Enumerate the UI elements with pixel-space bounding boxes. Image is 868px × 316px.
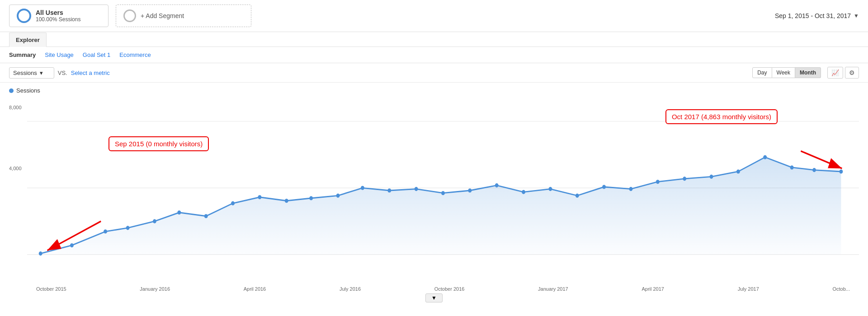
data-point (763, 155, 767, 159)
explorer-tab-bar: Explorer (0, 32, 868, 47)
data-point (104, 229, 107, 233)
data-point (177, 210, 181, 214)
y-axis-4000: 4,000 (9, 166, 22, 171)
chart-type-buttons: 📈 ⚙ (827, 67, 859, 79)
data-point (468, 188, 472, 192)
data-point (231, 201, 235, 205)
segment-name: All Users (36, 9, 80, 16)
data-point (204, 214, 208, 218)
data-point (710, 175, 713, 179)
annotation-text-2: Oct 2017 (4,863 monthly visitors) (672, 113, 771, 121)
x-label-apr2017: April 2017 (642, 286, 664, 292)
day-button[interactable]: Day (752, 67, 772, 78)
data-point (522, 190, 525, 194)
data-point (153, 219, 156, 223)
x-label-jul2016: July 2016 (340, 286, 361, 292)
data-point (790, 165, 794, 169)
segment-text: All Users 100.00% Sessions (36, 9, 80, 23)
subnav-ecommerce[interactable]: Ecommerce (119, 51, 151, 58)
vs-label: VS. (58, 70, 67, 76)
x-label-oct2016: October 2016 (434, 286, 465, 292)
subnav-summary[interactable]: Summary (9, 51, 36, 58)
data-point (548, 187, 552, 191)
scroll-indicator: ▼ (0, 292, 868, 304)
arrow2 (801, 151, 842, 169)
chart-legend: Sessions (9, 87, 859, 94)
top-bar: All Users 100.00% Sessions + Add Segment… (0, 0, 868, 32)
data-point (258, 195, 261, 199)
data-point (736, 169, 740, 173)
legend-label-sessions: Sessions (16, 87, 40, 94)
data-point (309, 196, 313, 200)
week-button[interactable]: Week (772, 67, 795, 78)
chart-svg (27, 96, 859, 285)
data-point (336, 194, 340, 198)
x-label-jan2016: January 2016 (140, 286, 170, 292)
x-label-jan2017: January 2017 (538, 286, 568, 292)
data-point (361, 186, 364, 190)
right-controls: Day Week Month 📈 ⚙ (752, 67, 859, 79)
metric-label: Sessions (13, 70, 37, 76)
add-segment-label: + Add Segment (141, 12, 184, 19)
explorer-tab[interactable]: Explorer (9, 33, 47, 47)
line-chart-button[interactable]: 📈 (827, 67, 843, 79)
segment-sub: 100.00% Sessions (36, 16, 80, 23)
annotation-box-1: Sep 2015 (0 monthly visitors) (108, 136, 209, 151)
subnav-site-usage[interactable]: Site Usage (45, 51, 74, 58)
data-point (39, 251, 42, 256)
scatter-chart-button[interactable]: ⚙ (845, 67, 859, 79)
select-metric[interactable]: Select a metric (71, 70, 110, 76)
scroll-down-button[interactable]: ▼ (425, 293, 443, 302)
date-range[interactable]: Sep 1, 2015 - Oct 31, 2017 ▼ (775, 12, 859, 19)
chart-wrapper: 8,000 4,000 (9, 96, 859, 285)
x-label-oct2017: Octob... (832, 286, 850, 292)
x-label-apr2016: April 2016 (244, 286, 266, 292)
x-label-jul2017: July 2017 (738, 286, 759, 292)
month-button[interactable]: Month (795, 67, 821, 78)
add-segment-box[interactable]: + Add Segment (116, 5, 251, 27)
y-axis-8000: 8,000 (9, 105, 22, 110)
data-point (576, 194, 579, 198)
date-range-text: Sep 1, 2015 - Oct 31, 2017 (775, 12, 851, 19)
metric-dropdown-arrow-icon: ▾ (40, 70, 43, 76)
legend-dot-sessions (9, 88, 14, 93)
subnav-goal-set[interactable]: Goal Set 1 (83, 51, 110, 58)
data-point (415, 187, 418, 191)
data-point (70, 243, 74, 247)
all-users-icon (17, 9, 31, 23)
data-point (629, 187, 633, 191)
x-axis-labels: October 2015 January 2016 April 2016 Jul… (27, 286, 859, 292)
x-label-oct2015: October 2015 (36, 286, 66, 292)
data-point (126, 226, 130, 230)
data-point (839, 169, 843, 173)
date-range-arrow-icon: ▼ (854, 13, 859, 19)
annotation-text-1: Sep 2015 (0 monthly visitors) (115, 140, 203, 148)
metric-select: Sessions ▾ VS. Select a metric (9, 67, 110, 79)
controls-bar: Sessions ▾ VS. Select a metric Day Week … (0, 63, 868, 83)
chart-area: Sessions 8,000 4,000 (0, 83, 868, 292)
annotation-box-2: Oct 2017 (4,863 monthly visitors) (665, 109, 778, 124)
chart-area-fill (41, 157, 841, 255)
data-point (656, 180, 660, 184)
data-point (812, 168, 816, 172)
data-point (387, 188, 391, 192)
data-point (495, 183, 499, 187)
data-point (602, 185, 606, 189)
data-point (683, 177, 686, 181)
metric-dropdown[interactable]: Sessions ▾ (9, 67, 54, 79)
data-point (285, 199, 288, 203)
segment-all-users[interactable]: All Users 100.00% Sessions (9, 5, 108, 27)
sub-nav: Summary Site Usage Goal Set 1 Ecommerce (0, 47, 868, 63)
add-segment-icon (123, 9, 136, 22)
data-point (441, 191, 445, 195)
time-buttons: Day Week Month (752, 67, 821, 78)
segments-area: All Users 100.00% Sessions + Add Segment (9, 5, 251, 27)
